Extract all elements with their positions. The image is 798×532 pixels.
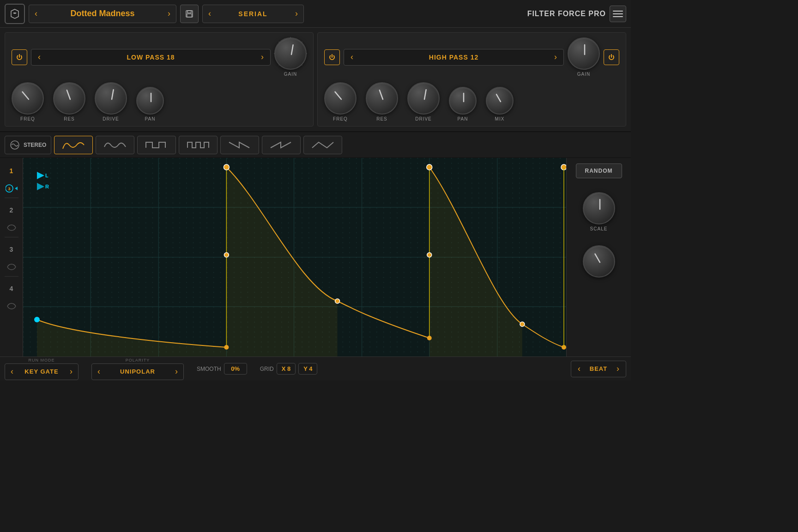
divider-2 xyxy=(5,237,18,237)
filter2-block: ‹ HIGH PASS 12 › GAIN xyxy=(317,32,626,127)
svg-line-12 xyxy=(67,90,70,99)
node-8[interactable] xyxy=(520,322,525,326)
node-2[interactable] xyxy=(224,253,229,257)
waveform-sine-button[interactable] xyxy=(54,136,93,154)
run-mode-prev[interactable]: ‹ xyxy=(8,367,16,376)
random-button[interactable]: RANDOM xyxy=(576,163,622,178)
preset-next-arrow[interactable]: › xyxy=(165,9,173,18)
smooth-value[interactable]: 0% xyxy=(224,363,247,375)
filter1-res-knob[interactable] xyxy=(53,82,85,115)
filter2-pan-knob[interactable] xyxy=(449,87,477,115)
filter2-mix-label: MIX xyxy=(495,116,505,121)
waveform-sine2-button[interactable] xyxy=(96,136,134,154)
filter2-res-label: RES xyxy=(376,116,387,121)
smooth-label: SMOOTH xyxy=(197,366,221,372)
filter1-type-prev[interactable]: ‹ xyxy=(35,52,43,62)
envelope-svg[interactable]: L R xyxy=(23,158,566,357)
filter1-pan-knob[interactable] xyxy=(136,87,164,115)
step-3-loop-icon xyxy=(4,261,19,272)
speed-knob-container xyxy=(583,245,615,278)
filter-section: ‹ LOW PASS 18 › xyxy=(0,28,631,132)
preset-prev-arrow[interactable]: ‹ xyxy=(32,9,40,18)
step-2[interactable]: 2 xyxy=(3,202,20,218)
filter2-power-button-right[interactable] xyxy=(604,49,619,65)
filter2-gain-label: GAIN xyxy=(577,72,590,77)
divider-1 xyxy=(5,198,18,198)
filter2-freq-knob[interactable] xyxy=(324,82,357,115)
speed-knob[interactable] xyxy=(583,245,615,278)
divider-3 xyxy=(5,276,18,277)
beat-next[interactable]: › xyxy=(614,364,622,374)
filter1-gain-knob-wrapper xyxy=(274,37,307,70)
node-3[interactable] xyxy=(224,345,229,350)
lfo-label-box: STEREO xyxy=(5,136,51,154)
waveform-square1-button[interactable] xyxy=(137,136,176,154)
envelope-area[interactable]: L R xyxy=(23,158,566,357)
bottom-bar: RUN MODE ‹ KEY GATE › POLARITY ‹ UNIPOLA… xyxy=(0,357,631,381)
filter1-res-label: RES xyxy=(64,116,75,121)
waveform-ramp-down-button[interactable] xyxy=(220,136,259,154)
grid-group: GRID X 8 Y 4 xyxy=(260,363,318,375)
menu-icon-line1 xyxy=(613,11,623,12)
waveform-square2-button[interactable] xyxy=(179,136,218,154)
waveform-ramp-up-button[interactable] xyxy=(262,136,301,154)
svg-line-16 xyxy=(335,92,341,99)
filter2-power-button[interactable] xyxy=(324,49,340,65)
grid-x-value[interactable]: X 8 xyxy=(277,363,296,375)
node-6[interactable] xyxy=(427,253,432,257)
filter1-drive-container: DRIVE xyxy=(95,82,127,121)
filter2-drive-knob[interactable] xyxy=(407,82,440,115)
scale-label: SCALE xyxy=(590,226,608,231)
waveform-triangle-button[interactable] xyxy=(303,136,342,154)
step-3[interactable]: 3 xyxy=(3,241,20,258)
filter1-type-name: LOW PASS 18 xyxy=(47,54,254,61)
start-point[interactable] xyxy=(34,317,40,322)
filter1-type-next[interactable]: › xyxy=(258,52,266,62)
serial-prev-arrow[interactable]: ‹ xyxy=(206,9,214,18)
filter1-type-nav: ‹ LOW PASS 18 › xyxy=(31,49,271,66)
svg-line-17 xyxy=(380,90,383,99)
beat-prev[interactable]: ‹ xyxy=(575,364,583,374)
run-mode-label: RUN MODE xyxy=(29,358,55,363)
filter2-type-next[interactable]: › xyxy=(551,52,560,62)
filter1-top: ‹ LOW PASS 18 › xyxy=(12,37,307,77)
filter2-pan-container: PAN xyxy=(449,87,477,121)
filter2-res-container: RES xyxy=(366,82,398,121)
polarity-next[interactable]: › xyxy=(172,367,181,376)
node-1[interactable] xyxy=(224,164,229,170)
save-button[interactable] xyxy=(180,5,199,23)
filter2-type-nav: ‹ HIGH PASS 12 › xyxy=(344,49,564,66)
lfo-label: STEREO xyxy=(24,142,46,148)
filter1-freq-knob[interactable] xyxy=(12,82,44,115)
filter2-res-knob[interactable] xyxy=(366,82,398,115)
svg-text:R: R xyxy=(45,184,49,189)
node-5[interactable] xyxy=(427,164,432,170)
node-7[interactable] xyxy=(427,336,432,340)
step-1[interactable]: 1 xyxy=(3,163,20,179)
filter2-type-prev[interactable]: ‹ xyxy=(348,52,356,62)
plugin-name-label: FILTER FORCE PRO xyxy=(527,10,606,18)
polarity-value: UNIPOLAR xyxy=(106,368,169,375)
filter2-knobs-row: FREQ RES DRIVE xyxy=(324,82,619,121)
filter2-gain-knob[interactable] xyxy=(568,37,600,70)
step-4[interactable]: 4 xyxy=(3,280,20,297)
svg-line-10 xyxy=(291,45,293,54)
menu-button[interactable] xyxy=(610,6,626,22)
logo xyxy=(5,4,25,24)
filter1-drive-knob[interactable] xyxy=(95,82,127,115)
filter1-drive-label: DRIVE xyxy=(103,116,119,121)
filter1-power-button[interactable] xyxy=(12,49,27,65)
filter2-mix-knob[interactable] xyxy=(486,87,514,115)
polarity-prev[interactable]: ‹ xyxy=(95,367,103,376)
filter1-block: ‹ LOW PASS 18 › xyxy=(5,32,314,127)
filter1-gain-knob[interactable] xyxy=(274,37,307,70)
svg-line-11 xyxy=(23,92,29,99)
run-mode-next[interactable]: › xyxy=(67,367,75,376)
scale-knob[interactable] xyxy=(583,192,615,224)
grid-label: GRID xyxy=(260,366,274,372)
node-4[interactable] xyxy=(335,299,340,303)
grid-y-value[interactable]: Y 4 xyxy=(298,363,317,375)
serial-next-arrow[interactable]: › xyxy=(292,9,301,18)
step-2-loop-icon xyxy=(4,222,19,233)
filter1-freq-label: FREQ xyxy=(20,116,35,121)
